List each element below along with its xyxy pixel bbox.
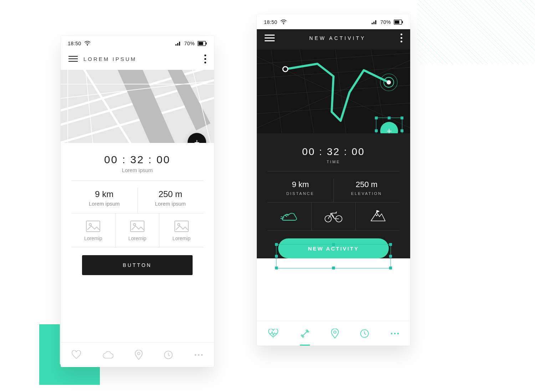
svg-rect-25 (402, 21, 403, 23)
svg-point-14 (137, 352, 140, 355)
more-horizontal-icon (194, 354, 203, 356)
map-route[interactable]: + (257, 50, 410, 133)
page-title: NEW ACTIVITY (309, 35, 366, 41)
timer-label: Lorem ipsum (71, 167, 203, 173)
svg-rect-6 (206, 42, 207, 45)
tab-more[interactable] (194, 354, 203, 356)
distance-value: 9 km (75, 189, 134, 199)
tab-heart[interactable] (71, 350, 81, 360)
svg-point-36 (394, 332, 396, 334)
svg-rect-22 (375, 20, 376, 24)
svg-rect-12 (175, 221, 188, 232)
svg-rect-2 (177, 43, 178, 46)
svg-point-11 (133, 223, 136, 226)
svg-rect-8 (86, 221, 100, 232)
elevation-value: 250 m (337, 180, 396, 189)
new-activity-button[interactable]: NEW ACTIVITY (278, 238, 389, 258)
phone-wireframe: 18:50 70% LOREM IPSUM (61, 36, 214, 367)
more-icon[interactable] (204, 55, 206, 63)
distance-label: Lorem ipsum (75, 201, 134, 207)
dumbbell-icon (300, 329, 310, 339)
header: LOREM IPSUM (61, 51, 214, 70)
image-placeholder-icon (174, 221, 189, 232)
svg-point-37 (397, 332, 399, 334)
tab-more[interactable] (390, 332, 399, 335)
activity-label: Loremip (84, 236, 102, 241)
distance-cell: 9 km DISTANCE (268, 179, 333, 202)
battery-icon (394, 20, 403, 25)
header: NEW ACTIVITY (257, 29, 410, 50)
clock-icon (360, 329, 369, 338)
tab-clock[interactable] (360, 329, 369, 338)
tab-cloud[interactable] (102, 351, 114, 359)
svg-rect-1 (175, 44, 177, 46)
svg-point-17 (198, 354, 199, 355)
wifi-icon (280, 20, 287, 25)
heartrate-icon (268, 329, 279, 338)
activity-hike[interactable] (355, 202, 399, 230)
svg-rect-24 (395, 21, 399, 24)
plus-icon: + (386, 125, 392, 134)
svg-rect-20 (372, 23, 373, 24)
divider (268, 171, 399, 171)
image-placeholder-icon (130, 221, 144, 232)
image-placeholder-icon (86, 221, 100, 232)
primary-button[interactable]: BUTTON (82, 255, 193, 275)
distance-cell: 9 km Lorem ipsum (71, 188, 137, 213)
elevation-label: Lorem ipsum (141, 201, 200, 207)
svg-point-13 (178, 223, 180, 226)
svg-point-0 (87, 45, 87, 46)
pin-icon (135, 350, 143, 360)
svg-rect-10 (131, 221, 144, 232)
activity-run[interactable] (268, 202, 311, 230)
heart-icon (71, 350, 81, 360)
status-time: 18:50 (264, 19, 277, 25)
battery-icon (198, 41, 207, 46)
signal-icon (372, 20, 377, 24)
tab-activity[interactable] (300, 329, 310, 339)
tab-location[interactable] (331, 329, 339, 339)
plus-icon: + (194, 137, 199, 143)
status-bar: 18:50 70% (61, 36, 214, 51)
stats-panel: 00 : 32 : 00 TIME 9 km DISTANCE 250 m EL… (257, 133, 410, 258)
svg-point-19 (283, 24, 284, 24)
status-bar: 18:50 70% (257, 14, 410, 29)
hamburger-icon[interactable] (68, 54, 78, 63)
svg-point-18 (201, 354, 203, 355)
more-icon[interactable] (401, 33, 402, 42)
activity-label: Loremip (128, 236, 147, 241)
activity-row (268, 202, 399, 231)
tab-bar (61, 342, 214, 367)
tab-bar (257, 321, 410, 346)
map-lines (61, 70, 214, 143)
elevation-label: ELEVATION (337, 191, 396, 196)
decorative-diagonals (417, 0, 535, 64)
activity-row: Loremip Loremip Loremip (71, 213, 203, 247)
status-time: 18:50 (68, 41, 81, 46)
map-dark (257, 50, 410, 133)
activity-option-2[interactable]: Loremip (115, 213, 159, 247)
activity-option-3[interactable]: Loremip (159, 213, 203, 247)
activity-option-1[interactable]: Loremip (71, 213, 115, 247)
activity-label: Loremip (172, 236, 190, 241)
tab-location[interactable] (135, 350, 143, 360)
svg-point-9 (89, 223, 91, 226)
timer-value: 00 : 32 : 00 (71, 154, 203, 166)
svg-point-33 (333, 331, 336, 333)
hamburger-icon[interactable] (265, 33, 275, 43)
distance-value: 9 km (271, 180, 330, 189)
svg-rect-3 (179, 42, 180, 46)
more-horizontal-icon (390, 332, 399, 335)
elevation-cell: 250 m ELEVATION (333, 179, 400, 202)
activity-cycle[interactable] (311, 202, 356, 230)
timer-value: 00 : 32 : 00 (268, 146, 399, 158)
status-battery-pct: 70% (380, 19, 391, 25)
signal-icon (175, 41, 181, 46)
distance-label: DISTANCE (271, 191, 330, 196)
running-shoe-icon (280, 210, 298, 222)
tab-clock[interactable] (164, 350, 173, 360)
phone-hifi: 18:50 70% NEW ACTIVITY (257, 14, 410, 346)
map-wireframe[interactable]: + (61, 70, 214, 143)
svg-rect-5 (199, 42, 203, 45)
tab-heartrate[interactable] (268, 329, 279, 338)
